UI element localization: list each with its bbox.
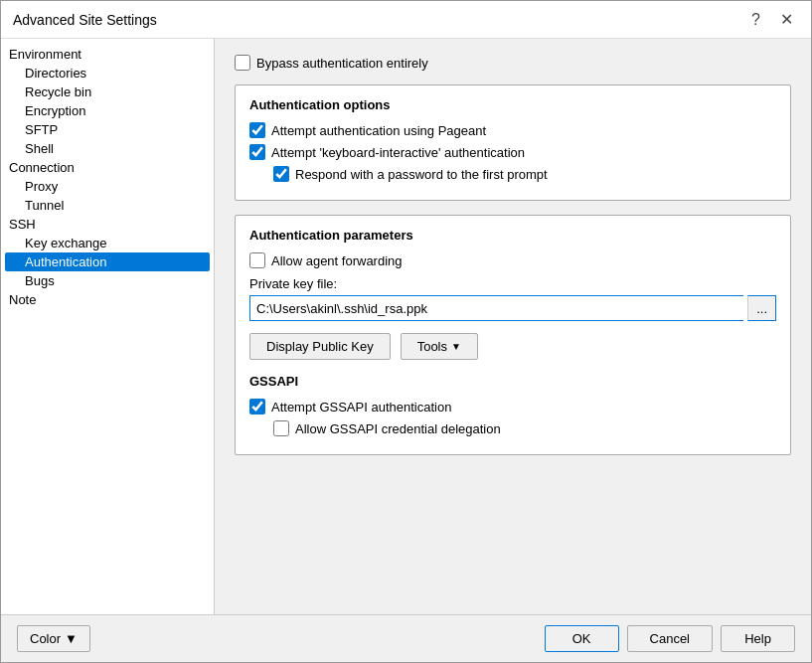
gssapi-label: GSSAPI <box>249 374 776 389</box>
auth-params-label: Authentication parameters <box>249 228 776 243</box>
private-key-label: Private key file: <box>249 276 776 291</box>
browse-button[interactable]: ... <box>747 295 776 321</box>
auth-options-section: Authentication options Attempt authentic… <box>235 84 791 201</box>
gssapi-allow-label[interactable]: Allow GSSAPI credential delegation <box>295 421 501 436</box>
tree-item-bugs[interactable]: Bugs <box>5 271 210 290</box>
cancel-button[interactable]: Cancel <box>627 625 713 652</box>
help-footer-button[interactable]: Help <box>721 625 795 652</box>
tree-item-proxy[interactable]: Proxy <box>5 177 210 196</box>
pageant-checkbox[interactable] <box>249 122 265 138</box>
auth-options-label: Authentication options <box>249 97 776 112</box>
ok-button[interactable]: OK <box>545 625 619 652</box>
footer-right: OK Cancel Help <box>545 625 795 652</box>
bypass-label[interactable]: Bypass authentication entirely <box>256 56 428 71</box>
tree-item-note[interactable]: Note <box>5 290 210 309</box>
dialog-body: EnvironmentDirectoriesRecycle binEncrypt… <box>1 39 811 614</box>
tree-item-encryption[interactable]: Encryption <box>5 101 210 120</box>
respond-label[interactable]: Respond with a password to the first pro… <box>295 167 548 182</box>
gssapi-attempt-label[interactable]: Attempt GSSAPI authentication <box>271 400 451 414</box>
tree-item-recycle-bin[interactable]: Recycle bin <box>5 83 210 101</box>
title-bar-controls: ? ✕ <box>745 10 799 30</box>
auth-params-section: Authentication parameters Allow agent fo… <box>235 215 791 455</box>
help-button[interactable]: ? <box>745 10 766 30</box>
tree-item-directories[interactable]: Directories <box>5 64 210 83</box>
tools-label: Tools <box>417 339 447 354</box>
tools-dropdown-arrow: ▼ <box>451 341 461 352</box>
allow-forward-checkbox[interactable] <box>249 252 265 268</box>
respond-checkbox[interactable] <box>273 166 289 182</box>
dialog-footer: Color ▼ OK Cancel Help <box>1 614 811 662</box>
bypass-row: Bypass authentication entirely <box>235 55 791 71</box>
close-button[interactable]: ✕ <box>774 10 799 30</box>
action-row: Display Public Key Tools ▼ <box>249 333 776 360</box>
color-dropdown-arrow: ▼ <box>65 631 78 646</box>
tree-panel: EnvironmentDirectoriesRecycle binEncrypt… <box>1 39 215 614</box>
tree-item-key-exchange[interactable]: Key exchange <box>5 234 210 252</box>
tree-item-sftp[interactable]: SFTP <box>5 120 210 139</box>
tree-item-shell[interactable]: Shell <box>5 139 210 158</box>
advanced-site-settings-dialog: Advanced Site Settings ? ✕ EnvironmentDi… <box>0 0 812 663</box>
tree-item-ssh[interactable]: SSH <box>5 215 210 234</box>
private-key-row: ... <box>249 295 776 321</box>
tools-button[interactable]: Tools ▼ <box>401 333 478 360</box>
tree-item-authentication[interactable]: Authentication <box>5 252 210 271</box>
allow-forward-label[interactable]: Allow agent forwarding <box>271 253 403 268</box>
gssapi-attempt-checkbox[interactable] <box>249 399 265 414</box>
pageant-row: Attempt authentication using Pageant <box>249 122 776 138</box>
dialog-title: Advanced Site Settings <box>13 12 157 28</box>
tree-item-tunnel[interactable]: Tunnel <box>5 196 210 215</box>
title-bar: Advanced Site Settings ? ✕ <box>1 1 811 39</box>
footer-left: Color ▼ <box>17 625 90 652</box>
private-key-input[interactable] <box>249 295 743 321</box>
gssapi-allow-row: Allow GSSAPI credential delegation <box>273 420 776 436</box>
gssapi-section: GSSAPI Attempt GSSAPI authentication All… <box>249 374 776 436</box>
color-label: Color <box>30 631 61 646</box>
allow-forward-row: Allow agent forwarding <box>249 252 776 268</box>
keyboard-row: Attempt 'keyboard-interactive' authentic… <box>249 144 776 160</box>
gssapi-allow-checkbox[interactable] <box>273 420 289 436</box>
tree-item-connection[interactable]: Connection <box>5 158 210 177</box>
tree-item-environment[interactable]: Environment <box>5 45 210 64</box>
keyboard-label[interactable]: Attempt 'keyboard-interactive' authentic… <box>271 145 525 160</box>
gssapi-attempt-row: Attempt GSSAPI authentication <box>249 399 776 414</box>
pageant-label[interactable]: Attempt authentication using Pageant <box>271 123 486 138</box>
content-panel: Bypass authentication entirely Authentic… <box>215 39 811 614</box>
respond-row: Respond with a password to the first pro… <box>273 166 776 182</box>
display-public-key-button[interactable]: Display Public Key <box>249 333 391 360</box>
color-button[interactable]: Color ▼ <box>17 625 90 652</box>
keyboard-checkbox[interactable] <box>249 144 265 160</box>
bypass-checkbox[interactable] <box>235 55 250 71</box>
